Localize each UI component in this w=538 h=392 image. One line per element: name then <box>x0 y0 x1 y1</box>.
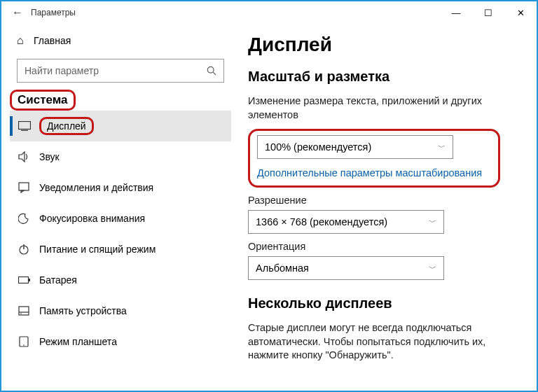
orientation-dropdown[interactable]: Альбомная ﹀ <box>248 256 444 280</box>
scale-dropdown-value: 100% (рекомендуется) <box>265 141 371 153</box>
titlebar: ← Параметры — ☐ ✕ <box>1 1 537 24</box>
page-title: Дисплей <box>248 34 516 56</box>
focus-icon <box>18 213 39 224</box>
highlighted-scale-block: 100% (рекомендуется) ﹀ Дополнительные па… <box>248 129 500 188</box>
home-icon: ⌂ <box>17 34 34 47</box>
svg-rect-11 <box>19 307 29 315</box>
scale-description: Изменение размера текста, приложений и д… <box>248 94 516 122</box>
back-button[interactable]: ← <box>7 6 28 19</box>
display-icon <box>18 121 39 131</box>
content-pane: Дисплей Масштаб и разметка Изменение раз… <box>231 24 537 391</box>
sidebar-item-battery[interactable]: Батарея <box>10 265 231 295</box>
orientation-label: Ориентация <box>248 241 516 252</box>
tablet-icon <box>18 336 39 347</box>
window-title: Параметры <box>31 8 76 18</box>
sidebar-item-label: Звук <box>39 151 60 162</box>
sidebar-item-sound[interactable]: Звук <box>10 141 231 172</box>
maximize-button[interactable]: ☐ <box>472 1 504 24</box>
minimize-button[interactable]: — <box>440 1 472 24</box>
orientation-value: Альбомная <box>256 262 309 274</box>
svg-marker-6 <box>21 190 24 192</box>
sidebar-category: Система <box>10 90 231 111</box>
resolution-dropdown[interactable]: 1366 × 768 (рекомендуется) ﹀ <box>248 210 444 234</box>
chevron-down-icon: ﹀ <box>429 263 436 274</box>
close-button[interactable]: ✕ <box>504 1 537 24</box>
svg-marker-4 <box>19 152 25 162</box>
chevron-down-icon: ﹀ <box>429 217 436 227</box>
search-icon <box>207 66 216 76</box>
svg-rect-5 <box>19 183 29 190</box>
resolution-label: Разрешение <box>248 195 516 206</box>
svg-point-13 <box>20 313 22 314</box>
sidebar-item-label: Питание и спящий режим <box>39 244 156 255</box>
multi-displays-description: Старые дисплеи могут не всегда подключат… <box>248 321 516 363</box>
resolution-value: 1366 × 768 (рекомендуется) <box>256 216 387 227</box>
battery-icon <box>18 276 39 284</box>
svg-rect-10 <box>29 279 30 281</box>
svg-point-15 <box>23 344 25 346</box>
svg-point-0 <box>207 66 214 73</box>
notifications-icon <box>18 182 39 193</box>
sidebar-item-label: Фокусировка внимания <box>39 213 145 224</box>
storage-icon <box>18 305 39 316</box>
sidebar-item-label: Режим планшета <box>39 336 117 347</box>
sidebar-item-label: Батарея <box>39 274 77 286</box>
sound-icon <box>18 151 39 162</box>
svg-line-1 <box>213 72 216 75</box>
search-input[interactable]: Найти параметр <box>17 59 224 83</box>
power-icon <box>18 244 39 255</box>
category-label: Система <box>10 90 76 111</box>
scale-heading: Масштаб и разметка <box>248 69 516 85</box>
scale-dropdown[interactable]: 100% (рекомендуется) ﹀ <box>257 135 453 159</box>
sidebar-item-display[interactable]: Дисплей <box>10 111 231 141</box>
sidebar-home[interactable]: ⌂ Главная <box>10 27 231 55</box>
search-placeholder: Найти параметр <box>25 65 99 76</box>
sidebar-home-label: Главная <box>34 35 71 46</box>
svg-rect-2 <box>19 122 31 130</box>
multi-displays-heading: Несколько дисплеев <box>248 295 516 312</box>
chevron-down-icon: ﹀ <box>438 142 446 153</box>
sidebar-item-storage[interactable]: Память устройства <box>10 295 231 326</box>
sidebar-item-power[interactable]: Питание и спящий режим <box>10 234 231 265</box>
svg-rect-9 <box>19 277 29 284</box>
sidebar-item-label: Дисплей <box>39 117 94 135</box>
sidebar: ⌂ Главная Найти параметр Система Дисплей… <box>1 24 231 391</box>
sidebar-item-label: Память устройства <box>39 305 127 316</box>
sidebar-item-notifications[interactable]: Уведомления и действия <box>10 172 231 203</box>
sidebar-item-label: Уведомления и действия <box>39 182 153 193</box>
sidebar-item-tablet[interactable]: Режим планшета <box>10 326 231 357</box>
sidebar-item-focus[interactable]: Фокусировка внимания <box>10 203 231 234</box>
advanced-scaling-link[interactable]: Дополнительные параметры масштабирования <box>257 167 491 178</box>
